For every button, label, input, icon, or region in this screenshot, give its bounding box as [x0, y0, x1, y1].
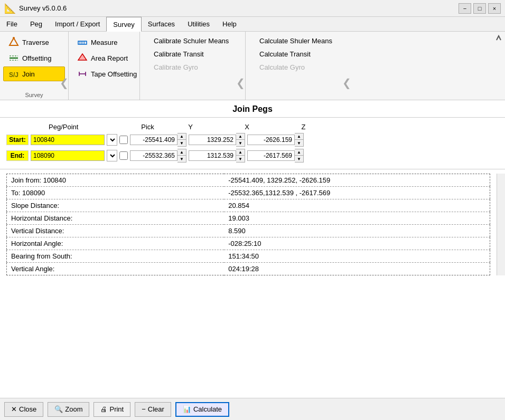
calculate-button[interactable]: 📊 Calculate: [175, 402, 229, 417]
result-value-2: 20.854: [224, 199, 490, 212]
result-value-4: 8.590: [224, 225, 490, 237]
end-z-spinners: ▲ ▼: [295, 149, 304, 163]
end-x-input[interactable]: [189, 150, 236, 161]
calibrate-schuler-means[interactable]: Calibrate Schuler Means: [143, 35, 242, 47]
menu-bar: File Peg Import / Export Survey Surfaces…: [0, 17, 505, 32]
start-peg-dropdown[interactable]: ▾: [107, 134, 117, 146]
start-x-down[interactable]: ▼: [236, 140, 245, 146]
minimize-button[interactable]: −: [459, 3, 471, 14]
toolbar: Traverse Offsetting S/J Join Survey ❮: [0, 32, 505, 100]
result-row-4: Vertical Distance:8.590: [7, 225, 490, 237]
traverse-icon: [8, 36, 20, 48]
tape-offsetting-icon: [77, 68, 88, 80]
traverse-label: Traverse: [22, 39, 49, 46]
svg-marker-0: [10, 38, 18, 45]
end-z-down[interactable]: ▼: [295, 156, 303, 162]
result-label-4: Vertical Distance:: [7, 225, 225, 237]
toolbar-group-survey-right: Measure Area Report Tape Offsetting: [69, 32, 140, 100]
app-icon: 📐: [4, 3, 16, 14]
menu-import-export[interactable]: Import / Export: [49, 17, 106, 31]
calculate-transit[interactable]: Calculate Transit: [249, 48, 348, 60]
zoom-icon: 🔍: [54, 405, 63, 413]
clear-button[interactable]: − Clear: [135, 402, 171, 417]
end-peg-input[interactable]: [31, 150, 105, 161]
end-peg-dropdown[interactable]: ▾: [107, 150, 117, 161]
end-z-up[interactable]: ▲: [295, 149, 303, 156]
start-label: Start:: [6, 135, 29, 145]
start-x-input[interactable]: [189, 135, 236, 145]
calibrate-transit[interactable]: Calibrate Transit: [143, 48, 242, 60]
zoom-button[interactable]: 🔍 Zoom: [48, 402, 89, 417]
result-row-3: Horizontal Distance:19.003: [7, 212, 490, 225]
result-value-0: -25541.409, 1329.252, -2626.159: [224, 174, 490, 187]
start-z-group: ▲ ▼: [247, 133, 304, 147]
form-area: Peg/Point Pick Y X Z Start: ▾ ▲ ▼ ▲: [0, 118, 505, 169]
end-x-spinners: ▲ ▼: [236, 149, 245, 163]
result-label-3: Horizontal Distance:: [7, 212, 225, 225]
start-y-group: ▲ ▼: [130, 133, 186, 147]
end-x-down[interactable]: ▼: [236, 156, 245, 162]
print-button[interactable]: 🖨 Print: [93, 402, 130, 417]
menu-surfaces[interactable]: Surfaces: [142, 17, 181, 31]
menu-help[interactable]: Help: [216, 17, 243, 31]
title-bar: 📐 Survey v5.0.0.6 − □ ×: [0, 0, 505, 17]
result-row-2: Slope Distance:20.854: [7, 199, 490, 212]
start-y-spinners: ▲ ▼: [177, 133, 186, 147]
measure-icon: [77, 36, 88, 48]
start-y-input[interactable]: [130, 135, 177, 145]
survey-group-label: Survey: [0, 92, 68, 98]
result-value-6: 151:34:50: [224, 250, 490, 263]
calculate-shuler-means[interactable]: Calculate Shuler Means: [249, 35, 348, 47]
menu-survey[interactable]: Survey: [106, 17, 141, 32]
area-report-icon: [77, 52, 88, 64]
toolbar-collapse-button[interactable]: [492, 32, 505, 100]
join-button[interactable]: S/J Join: [3, 66, 65, 81]
offsetting-button[interactable]: Offsetting: [3, 51, 65, 65]
area-report-button[interactable]: Area Report: [72, 51, 136, 65]
result-value-3: 19.003: [224, 212, 490, 225]
tape-offsetting-button[interactable]: Tape Offsetting: [72, 66, 136, 81]
svg-rect-6: [78, 41, 87, 44]
panel-title: Join Pegs: [0, 100, 505, 118]
end-y-up[interactable]: ▲: [177, 149, 186, 156]
menu-peg[interactable]: Peg: [24, 17, 49, 31]
window-title: Survey v5.0.0.6: [19, 4, 67, 12]
end-x-up[interactable]: ▲: [236, 149, 245, 156]
y-header: Y: [162, 123, 219, 131]
start-y-down[interactable]: ▼: [177, 140, 186, 146]
start-z-input[interactable]: [247, 135, 295, 145]
toolbar-group-calibrate: Calibrate Schuler Means Calibrate Transi…: [140, 32, 246, 100]
scrollbar[interactable]: [497, 174, 505, 275]
end-x-group: ▲ ▼: [189, 149, 245, 163]
calculate-sep: ❮: [342, 77, 351, 89]
start-z-up[interactable]: ▲: [295, 133, 303, 140]
pick-header: Pick: [133, 123, 162, 131]
svg-text:S/J: S/J: [9, 71, 18, 79]
offsetting-label: Offsetting: [22, 54, 51, 62]
end-pick-checkbox[interactable]: [119, 151, 128, 160]
end-y-down[interactable]: ▼: [177, 156, 186, 162]
start-peg-input[interactable]: [31, 135, 105, 145]
end-y-spinners: ▲ ▼: [177, 149, 186, 163]
clear-icon: −: [142, 405, 146, 413]
traverse-button[interactable]: Traverse: [3, 35, 65, 50]
result-label-6: Bearing from South:: [7, 250, 225, 263]
maximize-button[interactable]: □: [473, 3, 486, 14]
result-row-7: Vertical Angle:024:19:28: [7, 263, 490, 275]
menu-utilities[interactable]: Utilities: [181, 17, 216, 31]
area-report-label: Area Report: [91, 54, 128, 62]
group-separator: ❮: [60, 77, 69, 89]
start-x-up[interactable]: ▲: [236, 133, 245, 140]
close-window-button[interactable]: ×: [488, 3, 501, 14]
end-z-input[interactable]: [247, 150, 295, 161]
join-label: Join: [22, 70, 35, 78]
end-y-input[interactable]: [130, 150, 177, 161]
start-y-up[interactable]: ▲: [177, 133, 186, 140]
close-button[interactable]: ✕ Close: [4, 402, 43, 417]
measure-button[interactable]: Measure: [72, 35, 136, 50]
start-pick-checkbox[interactable]: [119, 136, 128, 144]
tape-offsetting-label: Tape Offsetting: [91, 70, 137, 78]
menu-file[interactable]: File: [0, 17, 24, 31]
result-label-2: Slope Distance:: [7, 199, 225, 212]
start-z-down[interactable]: ▼: [295, 140, 303, 146]
